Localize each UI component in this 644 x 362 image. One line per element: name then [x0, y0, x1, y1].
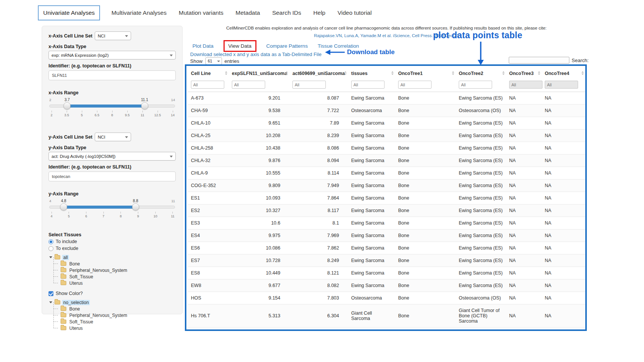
- sort-icon[interactable]: [502, 71, 505, 75]
- table-row[interactable]: A-6739.2018.087Ewing SarcomaBoneEwing Sa…: [188, 92, 585, 105]
- column-header-oncotree3[interactable]: OncoTree3: [506, 67, 542, 80]
- table-cell: Ewing Sarcoma: [348, 217, 395, 229]
- filter-oncotree3[interactable]: [509, 81, 542, 89]
- table-row[interactable]: EW89.6778.082Ewing SarcomaBoneEwing Sarc…: [188, 279, 585, 292]
- table-row[interactable]: ES210.3278.117Ewing SarcomaBoneEwing Sar…: [188, 204, 585, 217]
- sort-icon[interactable]: [286, 71, 288, 75]
- x-axis-data-type-select[interactable]: exp: mRNA Expression (log2): [48, 51, 176, 59]
- column-header-oncotree4[interactable]: OncoTree4: [542, 67, 585, 80]
- table-row[interactable]: CHLA-2510.2088.239Ewing SarcomaBoneEwing…: [188, 130, 585, 142]
- subtab-view-data[interactable]: View Data: [228, 43, 252, 49]
- filter-oncotree4[interactable]: [545, 81, 578, 89]
- tree-node-peripheral-nervous-system[interactable]: Peripheral_Nervous_System: [49, 267, 176, 273]
- sort-icon[interactable]: [452, 71, 454, 75]
- show-label: Show: [190, 58, 203, 64]
- filter-tissues[interactable]: [351, 81, 385, 89]
- table-row[interactable]: ES610.0867.862Ewing SarcomaBoneEwing Sar…: [188, 242, 585, 254]
- tab-metadata[interactable]: Metadata: [235, 6, 261, 20]
- table-cell: ES2: [188, 204, 229, 217]
- tab-help[interactable]: Help: [313, 6, 326, 20]
- filter-act609699[interactable]: [292, 81, 326, 89]
- table-cell: Ewing Sarcoma (ES): [456, 179, 506, 192]
- entries-count-select[interactable]: 61: [205, 57, 222, 65]
- tree-node-no-selection[interactable]: no_selection: [49, 299, 176, 306]
- column-header-oncotree1[interactable]: OncoTree1: [395, 67, 456, 80]
- y-axis-cell-line-set-select[interactable]: NCI: [95, 133, 131, 141]
- citation-reference-link[interactable]: Rajapakse.VN, Luna.A, Yamade.M et al. iS…: [186, 33, 586, 38]
- annotation-download-table: Download table: [347, 48, 395, 56]
- tab-multivariate-analyses[interactable]: Multivariate Analyses: [111, 6, 167, 20]
- table-row[interactable]: COG-E-3529.8097.949Ewing SarcomaBoneEwin…: [188, 179, 585, 192]
- y-axis-data-type-value: act: Drug Activity (-log10[IC50M]): [52, 154, 116, 159]
- column-header-expslfn11[interactable]: expSLFN11_uniSarcoma: [229, 67, 289, 80]
- tab-mutation-variants[interactable]: Mutation variants: [178, 6, 224, 20]
- x-identifier-input[interactable]: [48, 70, 176, 80]
- column-header-cell-line[interactable]: Cell Line: [188, 67, 229, 80]
- tree-node-uterus[interactable]: Uterus: [49, 325, 176, 331]
- table-cell: Hs 706.T: [188, 304, 229, 328]
- download-tab-delimited-link[interactable]: Download selected x and y axis data as a…: [190, 51, 322, 57]
- subtab-tissue-correlation[interactable]: Tissue Correlation: [317, 43, 359, 49]
- show-color-checkbox[interactable]: Show Color?: [48, 291, 176, 296]
- table-row[interactable]: CHLA-329.8768.094Ewing SarcomaBoneEwing …: [188, 154, 585, 167]
- sort-icon[interactable]: [344, 71, 347, 75]
- y-axis-range-slider[interactable]: 4 11 4.8 8.8 4 5 6 7 8 9 10 11: [49, 199, 175, 221]
- filter-cell-line[interactable]: [191, 81, 224, 89]
- table-row[interactable]: ES110.0937.864Ewing SarcomaBoneEwing Sar…: [188, 192, 585, 204]
- tree-node-soft-tissue[interactable]: Soft_Tissue: [49, 273, 176, 280]
- table-row[interactable]: CHLA-910.5558.114Ewing SarcomaBoneEwing …: [188, 167, 585, 179]
- tissues-include-radio[interactable]: To include: [48, 239, 176, 244]
- tab-univariate-analyses[interactable]: Univariate Analyses: [38, 5, 100, 20]
- table-cell: 9.154: [229, 292, 289, 304]
- table-row[interactable]: ES310.68.1Ewing SarcomaBoneEwing Sarcoma…: [188, 217, 585, 229]
- y-axis-data-type-select[interactable]: act: Drug Activity (-log10[IC50M]): [48, 152, 176, 161]
- sort-icon[interactable]: [538, 71, 540, 75]
- tree-caret-icon[interactable]: [49, 256, 52, 258]
- subtab-compare-patterns[interactable]: Compare Patterns: [266, 43, 308, 49]
- search-input[interactable]: [509, 57, 569, 64]
- sort-icon[interactable]: [225, 71, 227, 75]
- table-cell: A-673: [188, 92, 229, 105]
- table-cell: Ewing Sarcoma (ES): [456, 192, 506, 204]
- filter-oncotree1[interactable]: [398, 81, 431, 89]
- table-cell: Osteosarcoma (OS): [456, 292, 506, 304]
- x-slider-handle-low[interactable]: [64, 102, 71, 109]
- tab-search-ids[interactable]: Search IDs: [271, 6, 302, 20]
- table-row[interactable]: CHLA-109.6517.89Ewing SarcomaBoneEwing S…: [188, 117, 585, 130]
- column-header-label: tissues: [351, 71, 367, 76]
- table-row[interactable]: ES710.7288.249Ewing SarcomaBoneEwing Sar…: [188, 254, 585, 267]
- tree-node-uterus[interactable]: Uterus: [49, 280, 176, 286]
- table-row[interactable]: ES810.4498.121Ewing SarcomaBoneEwing Sar…: [188, 267, 585, 279]
- x-axis-cell-line-set-select[interactable]: NCI: [95, 31, 131, 40]
- column-header-act609699[interactable]: act609699_uniSarcoma: [289, 67, 348, 80]
- column-header-oncotree2[interactable]: OncoTree2: [456, 67, 506, 80]
- sort-icon[interactable]: [581, 71, 584, 75]
- subtab-plot-data[interactable]: Plot Data: [192, 43, 214, 49]
- table-row[interactable]: CHLA-25810.4388.086Ewing SarcomaBoneEwin…: [188, 142, 585, 154]
- filter-expslfn11[interactable]: [232, 81, 265, 89]
- y-slider-handle-high[interactable]: [132, 203, 139, 211]
- table-row[interactable]: CHA-599.5387.722OsteosarcomaBoneOsteosar…: [188, 105, 585, 117]
- x-axis-range-slider[interactable]: 2 14 3.7 11.1 2 3.5 5 6.5 8 9.5 11 12.5 …: [49, 98, 175, 120]
- column-header-tissues[interactable]: tissues: [348, 67, 395, 80]
- table-cell: 10.449: [229, 267, 289, 279]
- x-axis-range-label: x-Axis Range: [48, 90, 176, 95]
- tree-node-all[interactable]: all: [49, 254, 176, 261]
- tissues-exclude-radio[interactable]: To exclude: [48, 246, 176, 251]
- filter-oncotree2[interactable]: [459, 81, 492, 89]
- table-row[interactable]: Hs 706.T5.3136.304Giant Cell SarcomaBone…: [188, 304, 585, 328]
- tree-node-bone[interactable]: Bone: [49, 306, 176, 312]
- y-identifier-input[interactable]: [48, 172, 176, 181]
- sort-icon[interactable]: [391, 71, 394, 75]
- tree-caret-icon[interactable]: [49, 301, 52, 303]
- tab-video-tutorial[interactable]: Video tutorial: [337, 6, 372, 20]
- tree-node-peripheral-nervous-system[interactable]: Peripheral_Nervous_System: [49, 312, 176, 318]
- tree-node-soft-tissue[interactable]: Soft_Tissue: [49, 318, 176, 325]
- table-row[interactable]: ES49.9757.969Ewing SarcomaBoneEwing Sarc…: [188, 229, 585, 242]
- table-row[interactable]: Hu098.7337.97OsteosarcomaBoneOsteosarcom…: [188, 328, 585, 331]
- x-slider-handle-high[interactable]: [141, 102, 148, 109]
- tree-node-bone[interactable]: Bone: [49, 261, 176, 267]
- table-cell: NA: [506, 304, 542, 328]
- table-row[interactable]: HOS9.1547.803OsteosarcomaBoneOsteosarcom…: [188, 292, 585, 304]
- y-slider-handle-low[interactable]: [60, 203, 67, 211]
